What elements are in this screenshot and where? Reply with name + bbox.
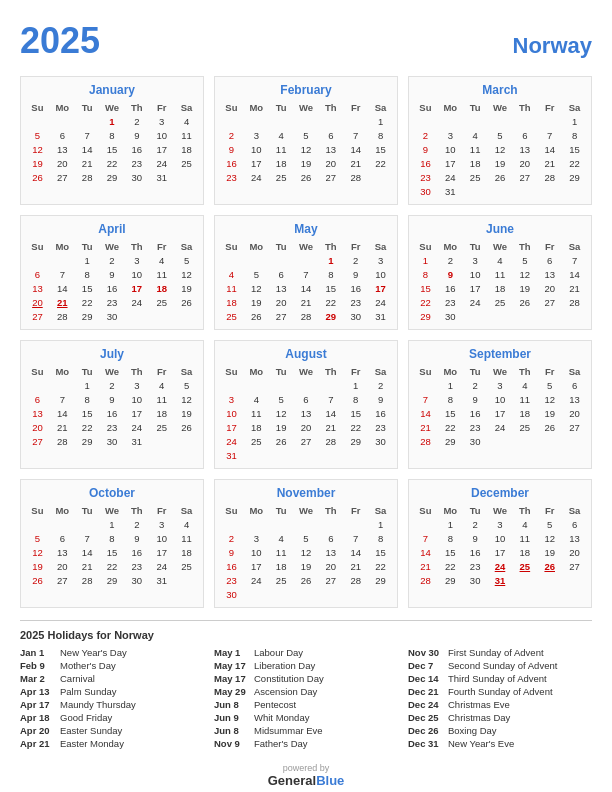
day-header: Sa [368,240,393,253]
day-cell: 26 [294,573,319,587]
day-cell: 28 [413,573,438,587]
day-cell: 9 [100,392,125,406]
holiday-date: Jun 9 [214,712,250,723]
day-cell: 3 [244,128,269,142]
day-cell: 12 [244,281,269,295]
day-cell: 20 [269,295,294,309]
day-cell: 23 [124,156,149,170]
day-cell: 14 [413,406,438,420]
day-header: Su [25,504,50,517]
day-cell: 14 [294,281,319,295]
day-cell: 12 [25,142,50,156]
day-cell: 18 [463,156,488,170]
day-cell: 19 [537,545,562,559]
holiday-item: Jan 1New Year's Day [20,647,204,658]
day-cell: 6 [269,267,294,281]
day-cell: 9 [463,392,488,406]
day-header: Fr [149,101,174,114]
day-cell [318,587,343,601]
holiday-date: Apr 21 [20,738,56,749]
month-block-september: SeptemberSuMoTuWeThFrSa12345678910111213… [408,340,592,469]
day-cell [174,434,199,448]
day-cell: 2 [413,128,438,142]
holiday-name: Pentecost [254,699,296,710]
day-header: Th [318,504,343,517]
day-cell [343,517,368,531]
day-cell [368,587,393,601]
day-cell: 13 [512,142,537,156]
day-cell: 24 [149,559,174,573]
day-cell: 3 [124,378,149,392]
day-cell: 22 [413,295,438,309]
day-cell: 22 [368,156,393,170]
holidays-title: 2025 Holidays for Norway [20,629,592,641]
day-cell: 28 [50,434,75,448]
day-cell: 16 [100,281,125,295]
day-cell: 23 [219,170,244,184]
day-cell [343,587,368,601]
month-name: September [413,347,587,361]
day-header: Fr [537,504,562,517]
day-cell: 20 [50,559,75,573]
day-header: Su [413,365,438,378]
day-cell: 21 [50,420,75,434]
day-header: Tu [75,240,100,253]
day-cell: 9 [124,531,149,545]
day-cell: 4 [512,378,537,392]
day-cell: 17 [219,420,244,434]
day-cell: 27 [318,170,343,184]
day-cell: 20 [25,420,50,434]
day-cell: 11 [174,531,199,545]
day-header: Sa [562,504,587,517]
day-cell: 3 [124,253,149,267]
day-cell: 22 [318,295,343,309]
day-cell [512,573,537,587]
day-cell: 22 [100,156,125,170]
day-cell: 15 [438,406,463,420]
day-cell: 5 [294,128,319,142]
holiday-date: Dec 21 [408,686,444,697]
day-cell: 22 [100,559,125,573]
day-header: Mo [244,504,269,517]
day-cell: 7 [294,267,319,281]
day-cell: 16 [124,142,149,156]
day-cell: 1 [413,253,438,267]
day-cell: 14 [75,142,100,156]
day-cell [50,114,75,128]
day-header: Th [318,101,343,114]
day-cell: 24 [124,295,149,309]
day-cell: 26 [174,295,199,309]
holiday-name: Fourth Sunday of Advent [448,686,553,697]
day-cell: 8 [368,128,393,142]
month-name: August [219,347,393,361]
day-header: Fr [343,101,368,114]
day-cell: 27 [25,309,50,323]
day-cell: 18 [174,142,199,156]
day-header: Mo [438,504,463,517]
day-header: Mo [50,101,75,114]
month-name: December [413,486,587,500]
day-cell: 31 [149,573,174,587]
day-cell: 19 [174,406,199,420]
day-cell: 3 [368,253,393,267]
day-cell: 30 [413,184,438,198]
holiday-item: Dec 7Second Sunday of Advent [408,660,592,671]
holiday-name: New Year's Eve [448,738,514,749]
month-block-november: NovemberSuMoTuWeThFrSa123456789101112131… [214,479,398,608]
day-cell: 2 [219,128,244,142]
day-cell: 5 [537,378,562,392]
day-cell [269,253,294,267]
day-cell [512,184,537,198]
day-header: Tu [75,504,100,517]
day-cell: 4 [149,378,174,392]
day-cell: 18 [149,406,174,420]
day-cell [318,448,343,462]
day-header: Fr [149,240,174,253]
month-block-december: DecemberSuMoTuWeThFrSa123456789101112131… [408,479,592,608]
day-cell: 23 [100,295,125,309]
day-cell: 15 [100,545,125,559]
day-cell: 22 [75,420,100,434]
holiday-item: Dec 14Third Sunday of Advent [408,673,592,684]
day-header: We [294,240,319,253]
day-cell: 20 [562,545,587,559]
